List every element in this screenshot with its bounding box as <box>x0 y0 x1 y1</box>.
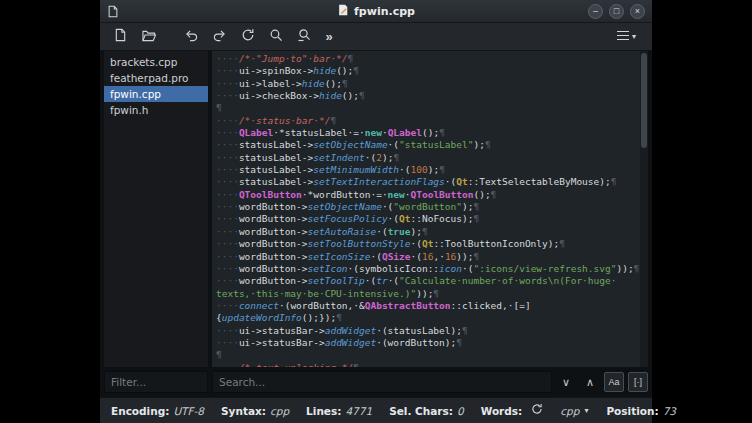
code-line[interactable]: ¶ <box>216 102 640 114</box>
file-list-item[interactable]: featherpad.pro <box>104 70 208 86</box>
file-list-item[interactable]: fpwin.h <box>104 102 208 118</box>
syntax-status: Syntax: cpp <box>221 405 289 417</box>
lines-status: Lines: 4771 <box>306 405 372 417</box>
chevron-down-icon: ▾ <box>584 406 588 415</box>
window-title-text: fpwin.cpp <box>354 5 415 18</box>
code-line[interactable]: ····wordButton->setIcon·(symbolicIcon::i… <box>216 263 640 275</box>
search-button[interactable] <box>263 25 288 48</box>
code-area[interactable]: ····/*·"Jump·to"·bar·*/¶····ui->spinBox-… <box>212 51 640 367</box>
code-line[interactable]: ····ui->statusBar->addWidget·(statusLabe… <box>216 325 640 337</box>
search-input[interactable] <box>212 371 552 393</box>
reload-button[interactable] <box>235 25 260 48</box>
replace-button[interactable] <box>291 25 316 48</box>
toolbar: » ▾ <box>100 23 652 51</box>
search-replace-icon <box>297 28 311 45</box>
find-bar: ∨ ∧ Aa [·] <box>104 369 648 395</box>
code-line[interactable]: ····QLabel·*statusLabel·=·new·QLabel();¶ <box>216 127 640 139</box>
code-line[interactable]: {updateWordInfo();});¶ <box>216 312 640 324</box>
code-line[interactable]: ····/*·status·bar·*/¶ <box>216 115 640 127</box>
code-line[interactable]: ····ui->statusBar->addWidget·(wordButton… <box>216 337 640 349</box>
selection-status: Sel. Chars: 0 <box>389 405 464 417</box>
filter-input[interactable] <box>104 371 208 393</box>
new-file-button[interactable] <box>108 25 133 48</box>
redo-icon <box>212 29 227 45</box>
statusbar: Encoding: UTF-8 Syntax: cpp Lines: 4771 … <box>100 397 652 423</box>
hamburger-menu-icon <box>616 29 630 44</box>
encoding-value: UTF-8 <box>173 405 204 417</box>
encoding-label: Encoding: <box>111 405 169 417</box>
main-menu-button[interactable]: ▾ <box>608 25 644 48</box>
position-label: Position: <box>606 405 658 417</box>
code-line[interactable]: texts,·this·may·be·CPU-intensive.)"));¶ <box>216 288 640 300</box>
editor-scrollbar[interactable] <box>640 51 648 367</box>
syntax-combobox[interactable]: cpp ▾ <box>560 405 588 417</box>
open-folder-icon <box>141 29 157 45</box>
reload-icon <box>241 28 255 45</box>
encoding-status: Encoding: UTF-8 <box>111 405 204 417</box>
code-line[interactable]: ····QToolButton·*wordButton·=·new·QToolB… <box>216 189 640 201</box>
code-line[interactable]: ¶ <box>216 349 640 361</box>
match-case-button[interactable]: Aa <box>604 372 624 392</box>
code-line[interactable]: ····ui->label->hide();¶ <box>216 78 640 90</box>
close-button[interactable]: × <box>630 4 645 19</box>
position-value: 73 <box>663 405 676 417</box>
code-line[interactable]: ····wordButton->setFocusPolicy·(Qt::NoFo… <box>216 213 640 225</box>
code-line[interactable]: ····wordButton->setToolButtonStyle·(Qt::… <box>216 238 640 250</box>
code-line[interactable]: ····statusLabel->setTextInteractionFlags… <box>216 176 640 188</box>
window-controls: – □ × <box>588 4 645 19</box>
words-status: Words: <box>481 403 544 418</box>
code-line[interactable]: ····statusLabel->setObjectName·("statusL… <box>216 139 640 151</box>
new-file-icon <box>114 28 127 45</box>
window-title: fpwin.cpp <box>100 0 652 22</box>
code-line[interactable]: ····wordButton->setObjectName·("wordButt… <box>216 201 640 213</box>
undo-button[interactable] <box>179 25 204 48</box>
whole-word-button[interactable]: [·] <box>628 372 648 392</box>
lines-label: Lines: <box>306 405 341 417</box>
position-status: Position: 73 <box>606 405 676 417</box>
code-line[interactable]: ····wordButton->setToolTip·(tr·("Calcula… <box>216 275 640 287</box>
minimize-button[interactable]: – <box>588 4 603 19</box>
statusbar-right: cpp ▾ Position: 73 <box>560 405 676 417</box>
document-edit-icon <box>337 4 349 19</box>
code-line[interactable]: ····ui->spinBox->hide();¶ <box>216 65 640 77</box>
open-file-button[interactable] <box>136 25 161 48</box>
syntax-combobox-value: cpp <box>560 405 579 417</box>
lines-value: 4771 <box>345 405 372 417</box>
sel-chars-value: 0 <box>457 405 464 417</box>
syntax-label: Syntax: <box>221 405 266 417</box>
code-line[interactable]: ····/*·"Jump·to"·bar·*/¶ <box>216 53 640 65</box>
search-prev-button[interactable]: ∧ <box>580 372 600 392</box>
text-editor[interactable]: ····/*·"Jump·to"·bar·*/¶····ui->spinBox-… <box>212 51 648 367</box>
sel-chars-label: Sel. Chars: <box>389 405 453 417</box>
file-list-item[interactable]: brackets.cpp <box>104 54 208 70</box>
words-label: Words: <box>481 405 523 417</box>
undo-icon <box>184 29 199 45</box>
code-line[interactable]: ····ui->checkBox->hide();¶ <box>216 90 640 102</box>
code-line[interactable]: ····wordButton->setIconSize·(QSize·(16,·… <box>216 251 640 263</box>
titlebar[interactable]: fpwin.cpp – □ × <box>100 0 652 23</box>
maximize-button[interactable]: □ <box>609 4 624 19</box>
syntax-value: cpp <box>270 405 289 417</box>
file-list-item[interactable]: fpwin.cpp <box>104 86 208 102</box>
search-icon <box>269 28 283 45</box>
search-next-button[interactable]: ∨ <box>556 372 576 392</box>
code-line[interactable]: ····/*·text·unlocking·*/¶ <box>216 362 640 367</box>
featherpad-window: fpwin.cpp – □ × » <box>100 0 652 423</box>
window-menu-icon[interactable] <box>107 5 119 18</box>
code-line[interactable]: ····statusLabel->setMinimumWidth·(100);¶ <box>216 164 640 176</box>
refresh-icon <box>531 403 543 418</box>
toolbar-overflow-button[interactable]: » <box>319 25 339 48</box>
redo-button[interactable] <box>207 25 232 48</box>
main-area: brackets.cppfeatherpad.profpwin.cppfpwin… <box>104 51 648 367</box>
code-line[interactable]: ····statusLabel->setIndent·(2);¶ <box>216 152 640 164</box>
code-line[interactable]: ····wordButton->setAutoRaise·(true);¶ <box>216 226 640 238</box>
code-line[interactable]: ····connect·(wordButton,·&QAbstractButto… <box>216 300 640 312</box>
chevron-down-icon: ▾ <box>632 32 636 41</box>
open-files-list: brackets.cppfeatherpad.profpwin.cppfpwin… <box>104 51 208 367</box>
word-count-refresh-button[interactable] <box>531 403 543 418</box>
scrollbar-thumb[interactable] <box>641 53 647 148</box>
